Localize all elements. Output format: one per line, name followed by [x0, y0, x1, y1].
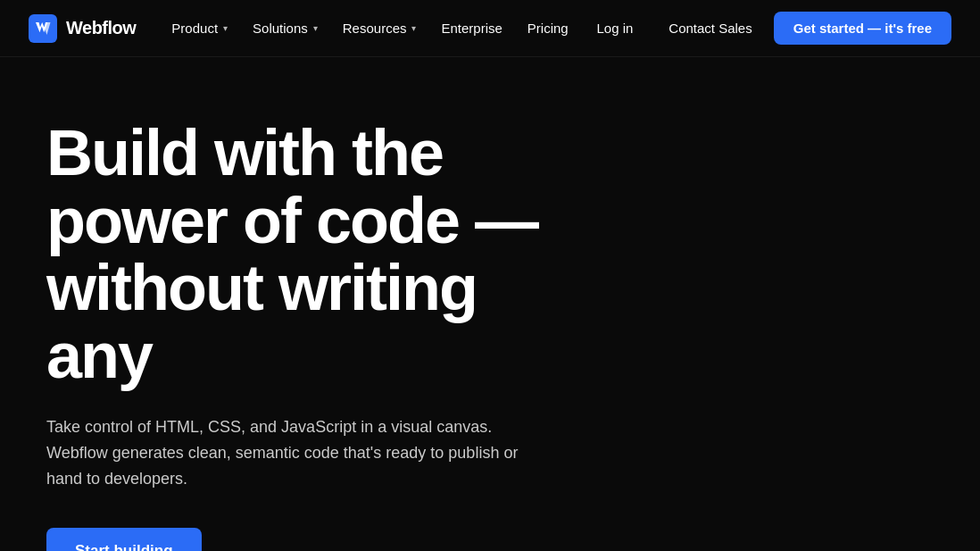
contact-sales-link[interactable]: Contact Sales — [654, 13, 766, 43]
logo-text: Webflow — [66, 18, 136, 38]
chevron-down-icon: ▾ — [313, 23, 318, 33]
nav-item-solutions[interactable]: Solutions ▾ — [242, 13, 328, 43]
nav-item-pricing[interactable]: Pricing — [517, 13, 579, 43]
start-building-button[interactable]: Start building — [46, 528, 202, 551]
hero-section: Build with the power of code — without w… — [0, 57, 643, 551]
chevron-down-icon: ▾ — [411, 23, 416, 33]
hero-headline: Build with the power of code — without w… — [46, 120, 596, 389]
nav-left: Webflow Product ▾ Solutions ▾ Resources … — [29, 13, 579, 43]
navbar: Webflow Product ▾ Solutions ▾ Resources … — [0, 0, 980, 57]
logo[interactable]: Webflow — [29, 14, 136, 43]
webflow-logo-icon — [29, 14, 57, 43]
nav-right: Log in Contact Sales Get started — it's … — [582, 12, 951, 45]
get-started-button[interactable]: Get started — it's free — [774, 12, 951, 45]
chevron-down-icon: ▾ — [223, 23, 228, 33]
nav-item-enterprise[interactable]: Enterprise — [430, 13, 512, 43]
hero-subtext: Take control of HTML, CSS, and JavaScrip… — [46, 414, 546, 491]
login-link[interactable]: Log in — [582, 13, 647, 43]
nav-item-resources[interactable]: Resources ▾ — [332, 13, 428, 43]
nav-item-product[interactable]: Product ▾ — [161, 13, 238, 43]
